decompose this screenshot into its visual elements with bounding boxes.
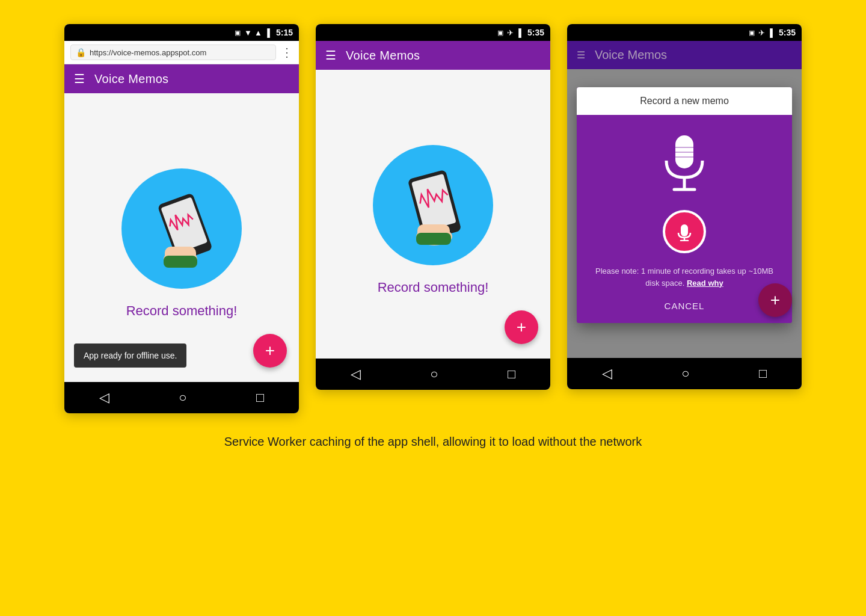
svg-rect-6 xyxy=(411,174,456,231)
battery-icon-2: ▐ xyxy=(516,28,521,37)
battery-icon-1: ▐ xyxy=(265,28,270,37)
app-content-1: Record something! App ready for offline … xyxy=(64,93,299,382)
record-label-2: Record something! xyxy=(378,280,489,295)
mic-icon-large xyxy=(657,129,711,198)
fab-3[interactable]: + xyxy=(758,283,792,317)
hamburger-menu-2[interactable]: ☰ xyxy=(325,48,336,63)
recents-btn-2[interactable]: □ xyxy=(496,362,527,387)
phone-1: ▣ ▼ ▲ ▐ 5:15 🔒 https://voice-memos.appsp… xyxy=(64,24,299,413)
dialog-title-text: Record a new memo xyxy=(640,96,729,106)
fab-2[interactable]: + xyxy=(505,310,538,344)
nav-bar-3: ◁ ○ □ xyxy=(567,358,802,389)
status-icons-1: ▼ ▲ ▐ xyxy=(244,28,270,37)
app-toolbar-3: ☰ Voice Memos xyxy=(567,41,802,69)
airplane-icon-3: ✈ xyxy=(758,28,765,37)
status-bar-3: ▣ ✈ ▐ 5:35 xyxy=(567,24,802,41)
dialog-title: Record a new memo xyxy=(577,87,792,115)
svg-rect-16 xyxy=(681,224,688,236)
svg-rect-4 xyxy=(164,256,197,268)
sim-icon-3: ▣ xyxy=(749,29,755,37)
hamburger-menu-1[interactable]: ☰ xyxy=(74,72,85,86)
record-button[interactable] xyxy=(663,210,706,253)
microphone-svg xyxy=(657,129,711,196)
wifi-icon: ▼ xyxy=(244,28,252,37)
battery-icon-3: ▐ xyxy=(767,28,773,37)
record-label-1: Record something! xyxy=(126,303,238,319)
back-btn-1[interactable]: ◁ xyxy=(87,385,121,410)
cancel-button[interactable]: CANCEL xyxy=(660,296,710,316)
app-title-2: Voice Memos xyxy=(346,49,420,63)
recents-btn-3[interactable]: □ xyxy=(747,361,779,386)
signal-icon: ▲ xyxy=(254,28,262,37)
status-bar-2: ▣ ✈ ▐ 5:35 xyxy=(316,24,550,41)
dialog-actions: CANCEL xyxy=(650,289,719,323)
app-toolbar-2: ☰ Voice Memos xyxy=(316,41,550,70)
snackbar-text: App ready for offline use. xyxy=(84,351,177,360)
time-2: 5:35 xyxy=(527,28,544,37)
fab-icon-2: + xyxy=(517,318,526,337)
time-1: 5:15 xyxy=(276,28,293,37)
home-btn-1[interactable]: ○ xyxy=(167,385,198,410)
app-content-2: Record something! + xyxy=(316,70,550,359)
record-mic-icon xyxy=(675,222,694,241)
illustration-svg-2 xyxy=(385,157,481,253)
phone-illustration-1 xyxy=(121,168,242,289)
app-toolbar-1: ☰ Voice Memos xyxy=(64,64,299,93)
phone-3: ▣ ✈ ▐ 5:35 ☰ Voice Memos Record a new me… xyxy=(567,24,802,389)
url-text: https://voice-memos.appspot.com xyxy=(90,48,206,57)
nav-bar-1: ◁ ○ □ xyxy=(64,382,299,413)
sim-icon-2: ▣ xyxy=(497,29,503,37)
caption: Service Worker caching of the app shell,… xyxy=(224,433,642,451)
phones-row: ▣ ▼ ▲ ▐ 5:15 🔒 https://voice-memos.appsp… xyxy=(64,24,802,413)
read-why-link[interactable]: Read why xyxy=(687,279,723,288)
time-3: 5:35 xyxy=(779,28,796,37)
dialog-note-text: Please note: 1 minute of recording takes… xyxy=(595,266,773,288)
home-btn-2[interactable]: ○ xyxy=(418,362,450,387)
nav-bar-2: ◁ ○ □ xyxy=(316,359,550,390)
url-box[interactable]: 🔒 https://voice-memos.appspot.com xyxy=(70,45,276,60)
browser-bar: 🔒 https://voice-memos.appspot.com ⋮ xyxy=(64,41,299,64)
status-bar-1: ▣ ▼ ▲ ▐ 5:15 xyxy=(64,24,299,41)
phone-2: ▣ ✈ ▐ 5:35 ☰ Voice Memos xyxy=(316,24,550,390)
svg-rect-9 xyxy=(416,233,451,245)
phone-illustration-2 xyxy=(373,145,493,265)
dialog-card: Record a new memo xyxy=(577,87,792,323)
airplane-icon-2: ✈ xyxy=(507,28,514,37)
fab-icon-1: + xyxy=(265,341,275,360)
app-title-1: Voice Memos xyxy=(94,72,168,86)
dialog-note: Please note: 1 minute of recording takes… xyxy=(586,265,782,289)
hamburger-menu-3[interactable]: ☰ xyxy=(577,49,585,61)
illustration-svg-1 xyxy=(134,180,230,277)
fab-1[interactable]: + xyxy=(253,334,287,368)
browser-menu-dots[interactable]: ⋮ xyxy=(281,45,293,60)
fab-icon-3: + xyxy=(770,291,780,310)
sim-icon-1: ▣ xyxy=(235,29,241,37)
snackbar-1: App ready for offline use. xyxy=(74,343,186,368)
app-title-3: Voice Memos xyxy=(595,48,667,62)
back-btn-2[interactable]: ◁ xyxy=(339,362,373,387)
status-icons-2: ✈ ▐ xyxy=(507,28,521,37)
phone3-content: Record a new memo xyxy=(567,69,802,358)
lock-icon: 🔒 xyxy=(76,48,86,57)
status-icons-3: ✈ ▐ xyxy=(758,28,773,37)
back-btn-3[interactable]: ◁ xyxy=(590,361,624,386)
home-btn-3[interactable]: ○ xyxy=(669,361,701,386)
recents-btn-1[interactable]: □ xyxy=(244,385,276,410)
